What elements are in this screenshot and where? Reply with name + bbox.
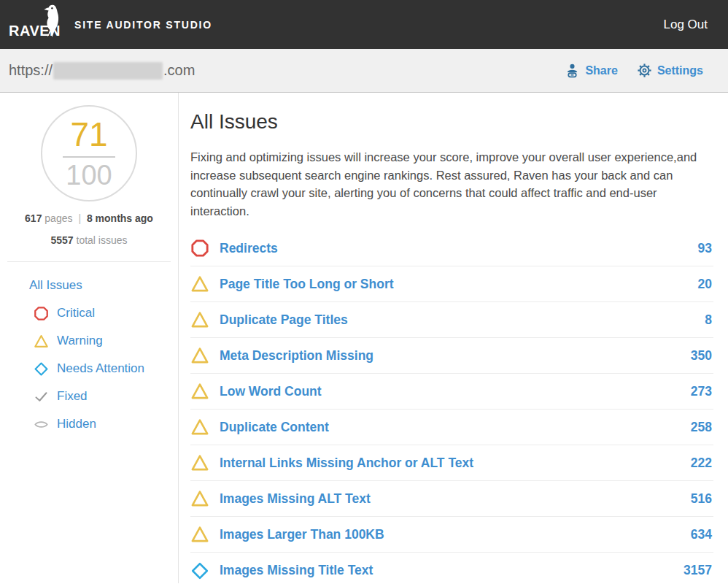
issue-row-duplicate-page-titles[interactable]: Duplicate Page Titles 8 [190, 302, 713, 338]
issue-label-link[interactable]: Images Missing Title Text [220, 563, 373, 578]
redacted-domain [53, 62, 163, 80]
meta-separator: | [78, 212, 81, 224]
issue-label-link[interactable]: Page Title Too Long or Short [220, 277, 394, 292]
triangle-icon [34, 334, 49, 349]
issue-row-meta-description-missing[interactable]: Meta Description Missing 350 [190, 338, 713, 374]
triangle-icon [190, 274, 209, 293]
filter-label: Needs Attention [57, 361, 144, 376]
page-title: All Issues [190, 110, 713, 134]
triangle-icon [190, 382, 209, 401]
total-issues-label: total issues [77, 234, 128, 246]
site-url: https:// .com [9, 62, 195, 80]
octagon-icon [190, 239, 209, 258]
triangle-icon [190, 418, 209, 437]
app-title: SITE AUDITOR STUDIO [74, 19, 212, 31]
issue-row-images-larger-than-100kb[interactable]: Images Larger Than 100KB 634 [190, 517, 713, 553]
issue-row-images-missing-alt-text[interactable]: Images Missing ALT Text 516 [190, 481, 713, 517]
eye-icon [34, 417, 49, 432]
app-header: RAVEN SITE AUDITOR STUDIO Log Out [0, 0, 728, 49]
gauge-max: 100 [66, 161, 112, 189]
issue-label-link[interactable]: Internal Links Missing Anchor or ALT Tex… [220, 456, 473, 471]
issue-count: 273 [691, 384, 713, 399]
issue-count: 634 [691, 527, 713, 542]
filter-label: All Issues [29, 278, 82, 293]
share-button[interactable]: Share [565, 63, 617, 78]
issue-count: 8 [705, 312, 713, 328]
filter-label: Warning [57, 334, 103, 348]
issue-label-link[interactable]: Images Larger Than 100KB [220, 527, 384, 542]
issue-row-internal-links-missing-anchor-or-alt-text[interactable]: Internal Links Missing Anchor or ALT Tex… [190, 445, 713, 481]
crawl-meta: 617 pages | 8 months ago [0, 212, 178, 224]
octagon-icon [34, 306, 49, 321]
main-content: All Issues Fixing and optimizing issues … [179, 93, 728, 583]
issue-label-link[interactable]: Low Word Count [220, 384, 322, 399]
triangle-icon [190, 489, 209, 508]
filter-label: Critical [57, 306, 95, 320]
sidebar-item-hidden[interactable]: Hidden [29, 410, 178, 438]
issue-count: 20 [698, 277, 713, 292]
site-url-bar: https:// .com Share [0, 49, 728, 93]
total-issues-count: 5557 [50, 234, 73, 246]
issue-label-link[interactable]: Redirects [220, 241, 278, 256]
issue-label-link[interactable]: Duplicate Page Titles [220, 312, 348, 328]
issue-count: 350 [691, 348, 713, 364]
url-prefix: https:// [9, 62, 53, 79]
issue-filter-list: All Issues Critical Warning Needs Attent… [0, 272, 178, 438]
issue-count: 516 [691, 491, 713, 507]
sidebar: 71 100 617 pages | 8 months ago 5557 tot… [0, 93, 179, 583]
sidebar-item-needs-attention[interactable]: Needs Attention [29, 355, 178, 383]
crawl-age: 8 months ago [87, 212, 153, 224]
settings-button[interactable]: Settings [637, 63, 703, 78]
settings-label: Settings [657, 64, 703, 77]
score-gauge: 71 100 [41, 105, 137, 201]
triangle-icon [190, 346, 209, 365]
check-icon [34, 389, 49, 404]
gear-icon [637, 63, 652, 78]
diamond-icon [190, 561, 209, 580]
raven-logo[interactable]: RAVEN [9, 0, 64, 49]
log-out-link[interactable]: Log Out [664, 18, 708, 32]
pages-label: pages [44, 212, 72, 224]
issue-row-images-missing-title-text[interactable]: Images Missing Title Text 3157 [190, 553, 713, 584]
sidebar-item-warning[interactable]: Warning [29, 327, 178, 355]
filter-label: Fixed [57, 389, 88, 404]
diamond-icon [34, 361, 49, 377]
share-label: Share [585, 64, 617, 77]
gauge-score: 71 [70, 118, 107, 151]
filter-label: Hidden [57, 417, 96, 431]
gauge-divider [63, 156, 115, 158]
issues-list: Redirects 93 Page Title Too Long or Shor… [190, 231, 713, 584]
total-issues-meta: 5557 total issues [0, 234, 178, 246]
issue-label-link[interactable]: Duplicate Content [220, 420, 329, 435]
sidebar-item-critical[interactable]: Critical [29, 299, 178, 327]
pages-count: 617 [25, 212, 42, 224]
triangle-icon [190, 525, 209, 544]
share-icon [565, 63, 580, 78]
logo-wordmark: RAVEN [9, 23, 61, 39]
url-suffix: .com [163, 62, 195, 79]
issue-count: 258 [691, 420, 713, 435]
issue-row-low-word-count[interactable]: Low Word Count 273 [190, 374, 713, 410]
issue-count: 3157 [684, 563, 713, 578]
issue-row-duplicate-content[interactable]: Duplicate Content 258 [190, 410, 713, 445]
toolbar-actions: Share Settings [565, 63, 703, 78]
issue-label-link[interactable]: Images Missing ALT Text [220, 491, 371, 507]
triangle-icon [190, 310, 209, 329]
issue-row-redirects[interactable]: Redirects 93 [190, 231, 713, 266]
issue-row-page-title-too-long-or-short[interactable]: Page Title Too Long or Short 20 [190, 266, 713, 302]
content-layout: 71 100 617 pages | 8 months ago 5557 tot… [0, 93, 728, 583]
issue-count: 93 [698, 241, 713, 256]
issue-label-link[interactable]: Meta Description Missing [220, 348, 373, 364]
sidebar-item-fixed[interactable]: Fixed [29, 383, 178, 410]
issues-description: Fixing and optimizing issues will increa… [190, 148, 705, 220]
issue-count: 222 [691, 456, 713, 471]
sidebar-divider [7, 261, 171, 262]
triangle-icon [190, 453, 209, 472]
sidebar-item-all-issues[interactable]: All Issues [29, 272, 178, 299]
